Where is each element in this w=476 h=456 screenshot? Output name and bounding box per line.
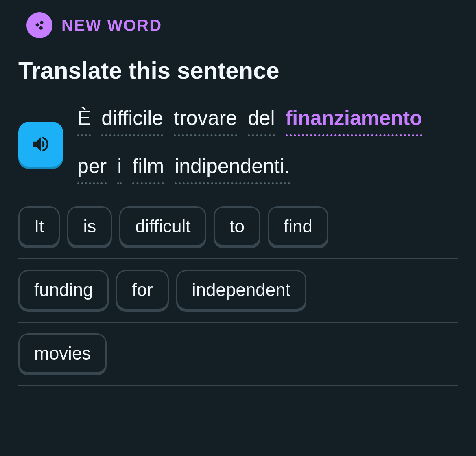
source-word[interactable]: del xyxy=(248,106,275,134)
svg-rect-0 xyxy=(35,23,39,27)
answer-line: fundingforindependent xyxy=(18,270,458,323)
word-chip[interactable]: It xyxy=(18,206,60,246)
instruction-heading: Translate this sentence xyxy=(18,57,458,84)
source-word[interactable]: difficile xyxy=(101,106,163,134)
play-audio-button[interactable] xyxy=(18,122,63,167)
answer-area: Itisdifficulttofindfundingforindependent… xyxy=(18,206,458,397)
source-word[interactable]: È xyxy=(77,106,91,134)
word-chip[interactable]: independent xyxy=(176,270,306,310)
svg-rect-2 xyxy=(39,26,43,30)
new-word-icon xyxy=(26,12,52,38)
speaker-icon xyxy=(31,134,51,154)
source-sentence: Èdifficiletrovaredelfinanziamentoperifil… xyxy=(77,106,458,182)
word-chip[interactable]: difficult xyxy=(119,206,206,246)
source-word[interactable]: trovare xyxy=(174,106,237,134)
svg-rect-1 xyxy=(39,20,44,25)
source-word[interactable]: finanziamento xyxy=(286,106,422,134)
source-word[interactable]: film xyxy=(132,154,164,182)
source-word[interactable]: indipendenti. xyxy=(175,154,290,182)
new-word-badge: NEW WORD xyxy=(26,12,458,38)
sparkle-icon xyxy=(32,18,47,33)
answer-line: movies xyxy=(18,333,458,386)
word-chip[interactable]: movies xyxy=(18,333,107,373)
word-chip[interactable]: to xyxy=(214,206,260,246)
source-word[interactable]: per xyxy=(77,154,107,182)
new-word-label: NEW WORD xyxy=(61,16,162,35)
word-chip[interactable]: funding xyxy=(18,270,109,310)
word-chip[interactable]: for xyxy=(116,270,168,310)
word-chip[interactable]: is xyxy=(67,206,112,246)
word-chip[interactable]: find xyxy=(268,206,328,246)
source-word[interactable]: i xyxy=(117,154,122,182)
answer-line: Itisdifficulttofind xyxy=(18,206,458,259)
sentence-area: Èdifficiletrovaredelfinanziamentoperifil… xyxy=(18,106,458,182)
